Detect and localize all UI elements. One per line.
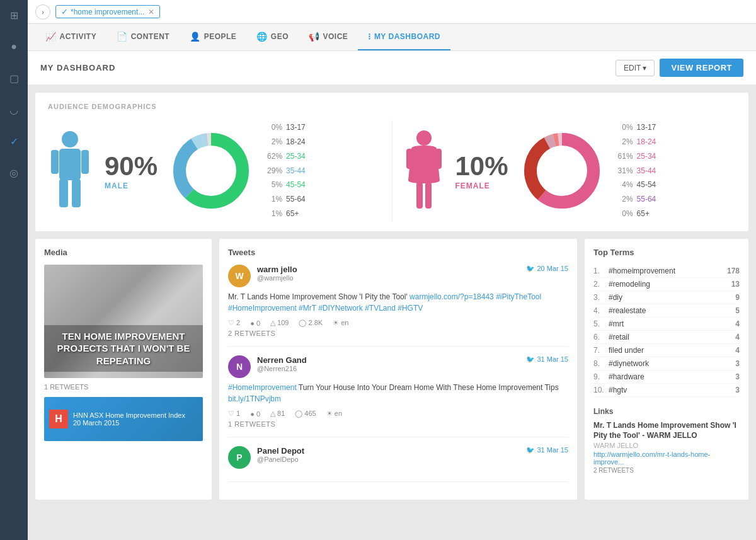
tweet-link-2[interactable]: bit.ly/1TNPvjbm <box>228 394 281 403</box>
media-title: Media <box>44 248 203 257</box>
term-rank: 7. <box>593 346 605 355</box>
term-name: filed under <box>609 346 735 355</box>
term-name: #hgtv <box>609 386 735 394</box>
search-tag-label: *home improvement... <box>71 8 144 16</box>
female-demographics: 10% FEMALE <box>405 120 736 221</box>
tab-people-label: PEOPLE <box>204 32 237 41</box>
term-row: 8.#diynetwork3 <box>593 357 740 371</box>
term-rank: 5. <box>593 319 605 328</box>
tab-voice[interactable]: 📢 VOICE <box>299 24 358 50</box>
tweet-lang-1: ☀ en <box>333 319 348 327</box>
edit-button[interactable]: EDIT ▾ <box>616 60 655 76</box>
female-percent: 10% <box>455 151 508 181</box>
demographics-title: AUDIENCE DEMOGRAPHICS <box>48 103 736 110</box>
female-donut-chart <box>521 130 603 212</box>
demographics-container: 90% MALE <box>48 120 736 221</box>
tweet-header-1: W warm jello @warmjello 🐦 20 Mar 15 <box>228 265 568 287</box>
term-count: 3 <box>735 372 740 381</box>
tweet-comments-2: ● 0 <box>250 410 260 418</box>
svg-point-0 <box>62 131 78 147</box>
search-tag: ✓ *home improvement... ✕ <box>55 5 160 18</box>
link-item-title-1: Mr. T Lands Home Improvement Show 'I Pit… <box>593 421 740 440</box>
twitter-icon[interactable]: ✓ <box>4 131 24 151</box>
tab-activity[interactable]: 📈 ACTIVITY <box>35 24 106 50</box>
tweet-link-1[interactable]: warmjello.com/?p=18443 <box>410 292 494 301</box>
tweet-names-2: Nerren Gand @Nerren216 <box>257 355 307 372</box>
svg-rect-5 <box>81 150 89 174</box>
top-terms-title: Top Terms <box>593 248 740 257</box>
content-area: MY DASHBOARD EDIT ▾ VIEW REPORT AUDIENCE… <box>28 51 756 540</box>
term-row: 7.filed under4 <box>593 344 740 357</box>
view-report-button[interactable]: VIEW REPORT <box>660 59 743 77</box>
top-terms-panel: Top Terms 1.#homeimprovement1782.#remode… <box>585 239 748 500</box>
tweet-lang-2: ☀ en <box>326 410 342 418</box>
tweet-author-2: N Nerren Gand @Nerren216 <box>228 355 307 378</box>
term-name: #diy <box>609 293 735 302</box>
tweet-retweets-label-1: 2 RETWEETS <box>228 330 568 337</box>
tab-geo[interactable]: 🌐 GEO <box>246 24 299 50</box>
term-rank: 2. <box>593 280 605 289</box>
target-icon[interactable]: ◎ <box>4 163 24 183</box>
term-name: #mrt <box>609 319 735 328</box>
term-row: 9.#hardware3 <box>593 371 740 384</box>
media-image-text: TEN HOME IMPROVEMENT PROJECTS THAT I WON… <box>44 325 203 372</box>
links-title: Links <box>593 407 740 416</box>
tweet-date-3: 🐦 31 Mar 15 <box>526 446 568 454</box>
term-rank: 10. <box>593 386 605 394</box>
dashboard-title: MY DASHBOARD <box>40 63 115 72</box>
demo-divider <box>392 120 392 221</box>
link-icon[interactable]: ◡ <box>4 100 24 120</box>
term-count: 5 <box>735 306 740 315</box>
svg-rect-4 <box>51 150 59 174</box>
svg-rect-15 <box>406 149 413 169</box>
tweet-retweet-count-2: ◯ 465 <box>295 410 316 418</box>
svg-rect-14 <box>425 182 432 209</box>
tab-content[interactable]: 📄 CONTENT <box>106 24 180 50</box>
term-rank: 4. <box>593 306 605 315</box>
content-icon: 📄 <box>117 32 128 42</box>
tag-close-icon[interactable]: ✕ <box>148 8 154 16</box>
link-item-url-1[interactable]: http://warmjello.com/mr-t-lands-home-imp… <box>593 451 740 466</box>
male-demographics: 90% MALE <box>48 120 379 221</box>
svg-rect-13 <box>416 182 423 209</box>
term-count: 4 <box>735 346 740 355</box>
term-row: 3.#diy9 <box>593 291 740 304</box>
tab-my-dashboard-label: MY DASHBOARD <box>374 32 440 41</box>
tag-check-icon: ✓ <box>61 7 68 16</box>
media-card-2-subtitle: 20 March 2015 <box>73 419 185 427</box>
links-section: Links Mr. T Lands Home Improvement Show … <box>593 407 740 474</box>
term-name: #remodeling <box>609 280 731 289</box>
link-item-1: Mr. T Lands Home Improvement Show 'I Pit… <box>593 421 740 474</box>
svg-point-11 <box>189 149 233 193</box>
media-image-bg: TEN HOME IMPROVEMENT PROJECTS THAT I WON… <box>44 265 203 378</box>
term-count: 4 <box>735 319 740 328</box>
terms-list: 1.#homeimprovement1782.#remodeling133.#d… <box>593 265 740 397</box>
term-rank: 3. <box>593 293 605 302</box>
female-gender-label: FEMALE <box>455 181 508 190</box>
tweet-handle-1: @warmjello <box>257 274 297 282</box>
tweet-item-3: P Panel Depot @PanelDepo 🐦 31 Mar 15 <box>228 446 568 482</box>
tweet-body-1: Mr. T Lands Home Improvement Show 'I Pit… <box>228 291 568 314</box>
user-icon[interactable]: ● <box>4 37 24 57</box>
male-age-list: 0%13-17 2%18-24 62%25-34 29%35-44 5%45-5… <box>265 120 306 221</box>
tweet-stats-1: ♡ 2 ● 0 △ 109 ◯ 2.8K ☀ en <box>228 319 568 327</box>
media-card-2-info: HNN ASX Home Improvement Index 20 March … <box>73 411 185 427</box>
tweet-avatar-1: W <box>228 265 251 287</box>
chat-icon[interactable]: ▢ <box>4 68 24 88</box>
tab-content-label: CONTENT <box>131 32 170 41</box>
activity-icon: 📈 <box>45 32 57 42</box>
tweet-likes-2: ♡ 1 <box>228 410 240 418</box>
tab-my-dashboard[interactable]: ⁝ MY DASHBOARD <box>358 24 450 50</box>
nav-back-button[interactable]: › <box>35 4 50 20</box>
grid-icon[interactable]: ⊞ <box>4 5 24 25</box>
media-main-image: TEN HOME IMPROVEMENT PROJECTS THAT I WON… <box>44 265 203 378</box>
male-gender-label: MALE <box>105 181 158 190</box>
term-row: 5.#mrt4 <box>593 318 740 331</box>
tweet-retweet-count-1: ◯ 2.8K <box>299 319 323 327</box>
tweets-title: Tweets <box>228 248 568 257</box>
bottom-panels: Media TEN HOME IMPROVEMENT PROJECTS THAT… <box>35 239 748 500</box>
media-card-2-title: HNN ASX Home Improvement Index <box>73 411 185 419</box>
term-row: 1.#homeimprovement178 <box>593 265 740 278</box>
tab-people[interactable]: 👤 PEOPLE <box>180 24 246 50</box>
svg-point-22 <box>540 149 584 193</box>
